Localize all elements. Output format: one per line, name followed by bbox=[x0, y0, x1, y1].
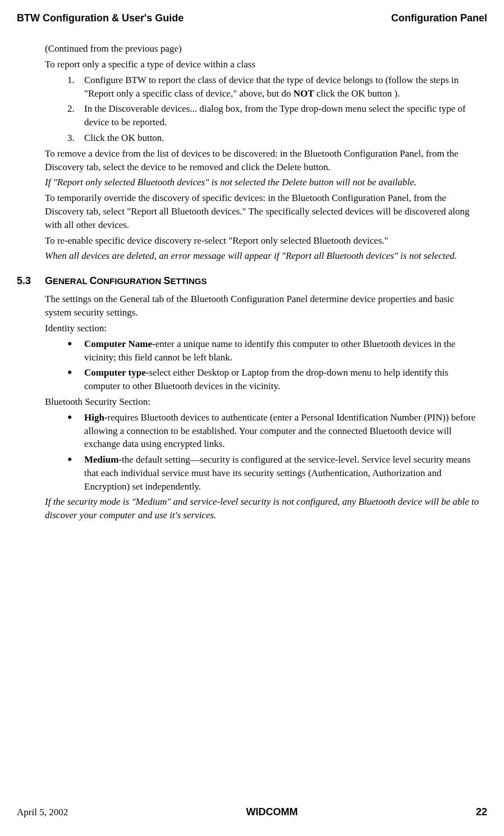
step-num: 1. bbox=[67, 74, 84, 100]
item-text: Computer Name-enter a unique name to ide… bbox=[84, 337, 482, 364]
bullet-icon: ● bbox=[67, 411, 84, 451]
list-item: ● Medium-the default setting—security is… bbox=[67, 453, 482, 493]
list-item: ● Computer Name-enter a unique name to i… bbox=[67, 337, 482, 364]
item-text: Computer type-select either Desktop or L… bbox=[84, 366, 482, 393]
step-text: In the Discoverable devices... dialog bo… bbox=[84, 102, 482, 129]
page-footer: April 5, 2002 WIDCOMM 22 bbox=[17, 805, 487, 819]
footer-page-number: 22 bbox=[476, 805, 487, 819]
section-title: GENERAL CONFIGURATION SETTINGS bbox=[45, 274, 207, 288]
page-header: BTW Configuration & User's Guide Configu… bbox=[17, 11, 487, 25]
item-text: Medium-the default setting—security is c… bbox=[84, 453, 482, 493]
item-text: High-requires Bluetooth devices to authe… bbox=[84, 411, 482, 451]
bullet-icon: ● bbox=[67, 366, 84, 393]
continued-note: (Continued from the previous page) bbox=[45, 42, 482, 56]
security-list: ● High-requires Bluetooth devices to aut… bbox=[45, 411, 482, 494]
step-text: Click the OK button. bbox=[84, 131, 482, 145]
header-left: BTW Configuration & User's Guide bbox=[17, 11, 184, 25]
step-num: 2. bbox=[67, 102, 84, 129]
step-1: 1. Configure BTW to report the class of … bbox=[67, 74, 482, 100]
footer-date: April 5, 2002 bbox=[17, 806, 68, 819]
footer-company: WIDCOMM bbox=[246, 805, 298, 819]
numbered-steps: 1. Configure BTW to report the class of … bbox=[45, 74, 482, 145]
identity-label: Identity section: bbox=[45, 322, 482, 335]
reenable-para: To re-enable specific device discovery r… bbox=[45, 234, 482, 248]
report-italic-note: If "Report only selected Bluetooth devic… bbox=[45, 176, 482, 189]
section-number: 5.3 bbox=[17, 274, 45, 288]
list-item: ● Computer type-select either Desktop or… bbox=[67, 366, 482, 393]
settings-para: The settings on the General tab of the B… bbox=[45, 293, 482, 319]
step-num: 3. bbox=[67, 131, 84, 145]
section-heading: 5.3 GENERAL CONFIGURATION SETTINGS bbox=[45, 274, 482, 288]
security-italic-note: If the security mode is "Medium" and ser… bbox=[45, 495, 482, 522]
report-intro: To report only a specific a type of devi… bbox=[45, 58, 482, 71]
step-text: Configure BTW to report the class of dev… bbox=[84, 74, 482, 100]
step-3: 3. Click the OK button. bbox=[67, 131, 482, 145]
deleted-italic-note: When all devices are deleted, an error m… bbox=[45, 249, 482, 263]
header-right: Configuration Panel bbox=[391, 11, 487, 25]
security-label: Bluetooth Security Section: bbox=[45, 395, 482, 409]
remove-device-para: To remove a device from the list of devi… bbox=[45, 147, 482, 174]
bullet-icon: ● bbox=[67, 337, 84, 364]
bullet-icon: ● bbox=[67, 453, 84, 493]
page-content: (Continued from the previous page) To re… bbox=[17, 42, 487, 522]
list-item: ● High-requires Bluetooth devices to aut… bbox=[67, 411, 482, 451]
override-para: To temporarily override the discovery of… bbox=[45, 191, 482, 231]
identity-list: ● Computer Name-enter a unique name to i… bbox=[45, 337, 482, 393]
step-2: 2. In the Discoverable devices... dialog… bbox=[67, 102, 482, 129]
